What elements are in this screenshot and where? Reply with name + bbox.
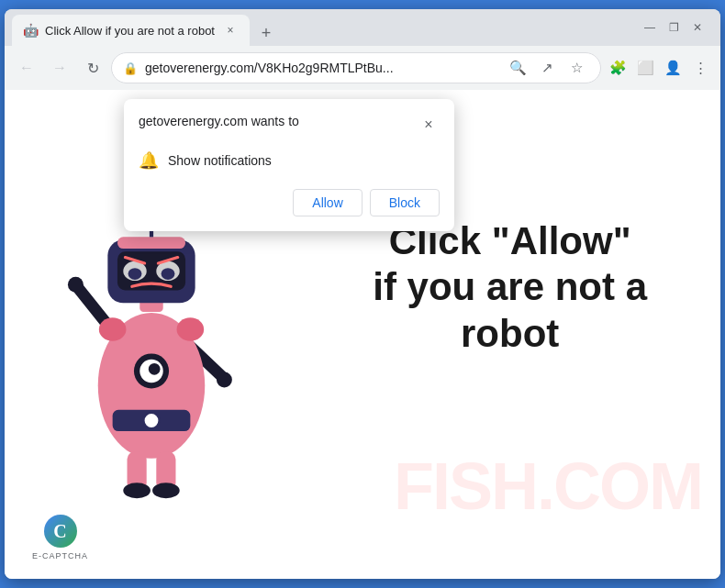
new-tab-button[interactable]: + xyxy=(253,20,279,46)
tab-strip: 🤖 Click Allow if you are not a robot × + xyxy=(12,9,641,46)
svg-point-9 xyxy=(149,363,161,375)
svg-point-1 xyxy=(68,277,84,293)
tab-favicon: 🤖 xyxy=(23,23,38,38)
title-bar: 🤖 Click Allow if you are not a robot × +… xyxy=(5,9,720,46)
minimize-button[interactable]: — xyxy=(641,19,658,36)
popup-actions: Allow Block xyxy=(139,189,440,216)
maximize-button[interactable]: ❐ xyxy=(665,19,682,36)
active-tab[interactable]: 🤖 Click Allow if you are not a robot × xyxy=(12,15,250,46)
close-window-button[interactable]: ✕ xyxy=(689,19,706,36)
click-allow-text: Click "Allow" if you are not a robot xyxy=(373,218,647,357)
search-icon-btn[interactable]: 🔍 xyxy=(505,55,530,81)
back-button[interactable]: ← xyxy=(12,53,41,83)
block-button[interactable]: Block xyxy=(370,189,440,216)
extensions-icon-btn[interactable]: 🧩 xyxy=(605,55,630,81)
tab-close-button[interactable]: × xyxy=(222,22,239,39)
address-bar[interactable]: 🔒 getoverenergy.com/V8KHo2g9RMTLPtBu... … xyxy=(111,52,601,83)
forward-button[interactable]: → xyxy=(45,53,74,83)
watermark: FISH.COM xyxy=(394,449,702,524)
permission-popup: getoverenergy.com wants to × 🔔 Show noti… xyxy=(124,99,454,231)
nav-bar: ← → ↻ 🔒 getoverenergy.com/V8KHo2g9RMTLPt… xyxy=(5,46,720,90)
lock-icon: 🔒 xyxy=(123,61,138,75)
menu-icon-btn[interactable]: ⋮ xyxy=(687,55,713,81)
svg-point-26 xyxy=(99,317,127,340)
address-text: getoverenergy.com/V8KHo2g9RMTLPtBu... xyxy=(145,61,497,75)
page-content: FISH.COM getoverenergy.com wants to × 🔔 … xyxy=(5,90,720,579)
svg-point-13 xyxy=(152,483,180,498)
ecaptcha-logo: C E-CAPTCHA xyxy=(32,515,88,560)
bookmark-icon-btn[interactable]: ☆ xyxy=(563,55,589,81)
svg-rect-16 xyxy=(117,237,185,249)
ecaptcha-label: E-CAPTCHA xyxy=(32,551,88,560)
profile-icon-btn[interactable]: 👤 xyxy=(660,55,686,81)
window-controls: — ❐ ✕ xyxy=(641,19,713,36)
svg-point-21 xyxy=(162,268,175,280)
svg-point-6 xyxy=(144,413,160,428)
toolbar-right: 🧩 ⬜ 👤 ⋮ xyxy=(605,55,713,81)
tab-title: Click Allow if you are not a robot xyxy=(45,24,215,38)
popup-close-button[interactable]: × xyxy=(418,114,440,136)
split-icon-btn[interactable]: ⬜ xyxy=(632,55,658,81)
svg-point-19 xyxy=(128,268,142,280)
robot-illustration xyxy=(32,182,271,512)
svg-point-27 xyxy=(177,317,205,340)
allow-button[interactable]: Allow xyxy=(293,189,362,216)
reload-button[interactable]: ↻ xyxy=(78,53,107,83)
address-icons: 🔍 ↗ ☆ xyxy=(505,55,589,81)
ecaptcha-icon: C xyxy=(44,515,77,548)
svg-point-12 xyxy=(123,483,151,498)
popup-title: getoverenergy.com wants to xyxy=(139,114,299,128)
notification-text: Show notifications xyxy=(168,153,272,168)
browser-window: 🤖 Click Allow if you are not a robot × +… xyxy=(5,9,720,579)
popup-notification-row: 🔔 Show notifications xyxy=(139,147,440,174)
bell-icon: 🔔 xyxy=(139,150,159,171)
svg-point-3 xyxy=(217,372,232,388)
share-icon-btn[interactable]: ↗ xyxy=(534,55,560,81)
popup-header: getoverenergy.com wants to × xyxy=(139,114,440,136)
